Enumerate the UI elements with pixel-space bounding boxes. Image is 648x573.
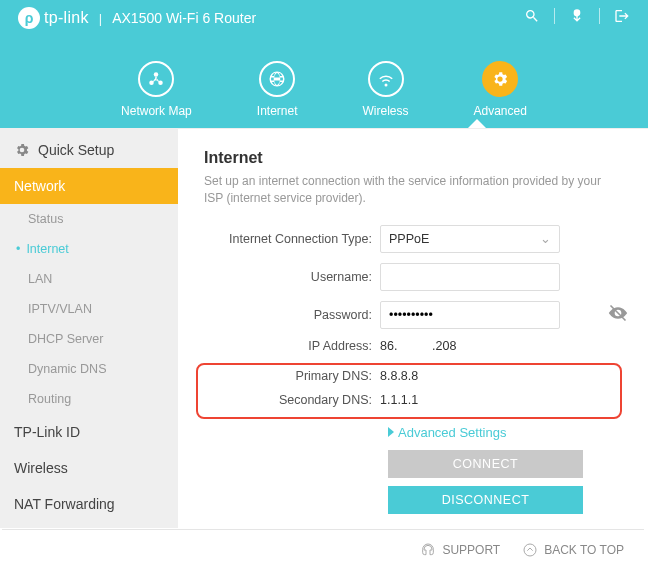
sidebar: Quick Setup Network Status Internet LAN … <box>0 128 178 528</box>
sidebar-sub-ddns[interactable]: Dynamic DNS <box>0 354 178 384</box>
body: Quick Setup Network Status Internet LAN … <box>0 128 648 528</box>
brand-separator: | <box>99 11 102 26</box>
support-link[interactable]: SUPPORT <box>420 542 500 558</box>
sidebar-item-network[interactable]: Network <box>0 168 178 204</box>
triangle-right-icon <box>388 427 394 437</box>
sidebar-sub-label: IPTV/VLAN <box>28 302 92 316</box>
content-area: Internet Set up an internet connection w… <box>178 128 648 528</box>
search-icon[interactable] <box>524 8 540 24</box>
chevron-down-icon: ⌄ <box>540 231 551 246</box>
arrow-up-circle-icon <box>522 542 538 558</box>
tab-wireless[interactable]: Wireless <box>363 61 409 118</box>
sidebar-item-label: TP-Link ID <box>14 424 80 440</box>
main-tabs: Network Map Internet Wireless Advanced <box>0 61 648 118</box>
page-description: Set up an internet connection with the s… <box>204 173 622 207</box>
row-ip: IP Address: 86. .208 <box>204 339 622 353</box>
tab-network-map[interactable]: Network Map <box>121 61 192 118</box>
sidebar-item-label: Quick Setup <box>38 142 114 158</box>
password-input[interactable] <box>380 301 560 329</box>
sidebar-sub-lan[interactable]: LAN <box>0 264 178 294</box>
gear-icon <box>491 70 509 88</box>
page-title: Internet <box>204 149 622 167</box>
sidebar-sub-internet[interactable]: Internet <box>0 234 178 264</box>
sidebar-item-tplink-id[interactable]: TP-Link ID <box>0 414 178 450</box>
globe-icon <box>268 70 286 88</box>
sidebar-sub-label: Dynamic DNS <box>28 362 107 376</box>
download-icon[interactable] <box>569 8 585 24</box>
sidebar-sub-iptv-vlan[interactable]: IPTV/VLAN <box>0 294 178 324</box>
conn-type-label: Internet Connection Type: <box>204 232 380 246</box>
row-secondary-dns: Secondary DNS: 1.1.1.1 <box>204 393 614 407</box>
row-username: Username: <box>204 263 622 291</box>
header: ρ tp-link | AX1500 Wi-Fi 6 Router Networ… <box>0 0 648 128</box>
svg-point-0 <box>154 72 159 77</box>
disconnect-button[interactable]: DISCONNECT <box>388 486 583 514</box>
dns-highlight-box: Primary DNS: 8.8.8.8 Secondary DNS: 1.1.… <box>196 363 622 419</box>
advanced-settings-link[interactable]: Advanced Settings <box>388 425 622 440</box>
sidebar-sub-routing[interactable]: Routing <box>0 384 178 414</box>
sidebar-item-label: NAT Forwarding <box>14 496 115 512</box>
conn-type-select[interactable]: PPPoE ⌄ <box>380 225 560 253</box>
tab-label: Advanced <box>474 104 527 118</box>
row-password: Password: <box>204 301 622 329</box>
support-label: SUPPORT <box>442 543 500 557</box>
active-tab-pointer <box>468 119 486 128</box>
footer: SUPPORT BACK TO TOP <box>2 529 644 569</box>
password-label: Password: <box>204 308 380 322</box>
secondary-dns-value: 1.1.1.1 <box>380 393 614 407</box>
tab-internet[interactable]: Internet <box>257 61 298 118</box>
wifi-icon <box>377 70 395 88</box>
network-map-icon <box>147 70 165 88</box>
tab-label: Internet <box>257 104 298 118</box>
row-primary-dns: Primary DNS: 8.8.8.8 <box>204 369 614 383</box>
row-connection-type: Internet Connection Type: PPPoE ⌄ <box>204 225 622 253</box>
separator <box>554 8 555 24</box>
back-label: BACK TO TOP <box>544 543 624 557</box>
back-to-top-link[interactable]: BACK TO TOP <box>522 542 624 558</box>
ip-label: IP Address: <box>204 339 380 353</box>
logo: ρ tp-link <box>18 7 89 29</box>
tab-label: Network Map <box>121 104 192 118</box>
sidebar-item-nat[interactable]: NAT Forwarding <box>0 486 178 522</box>
username-label: Username: <box>204 270 380 284</box>
sidebar-sub-label: DHCP Server <box>28 332 103 346</box>
mac-clone-title: MAC Clone <box>204 526 622 528</box>
advanced-settings-label: Advanced Settings <box>398 425 506 440</box>
tab-advanced[interactable]: Advanced <box>474 61 527 118</box>
product-name: AX1500 Wi-Fi 6 Router <box>112 10 256 26</box>
top-actions <box>524 8 630 24</box>
secondary-dns-label: Secondary DNS: <box>204 393 380 407</box>
sidebar-sub-status[interactable]: Status <box>0 204 178 234</box>
username-input[interactable] <box>380 263 560 291</box>
sidebar-item-label: Network <box>14 178 65 194</box>
svg-point-3 <box>524 544 536 556</box>
eye-slash-icon[interactable] <box>608 303 628 326</box>
brand-name: tp-link <box>44 9 89 27</box>
sidebar-item-wireless[interactable]: Wireless <box>0 450 178 486</box>
logout-icon[interactable] <box>614 8 630 24</box>
sidebar-item-label: Wireless <box>14 460 68 476</box>
gear-icon <box>14 142 30 158</box>
logo-icon: ρ <box>18 7 40 29</box>
sidebar-sub-label: Routing <box>28 392 71 406</box>
sidebar-sub-label: Status <box>28 212 63 226</box>
primary-dns-value: 8.8.8.8 <box>380 369 614 383</box>
connect-button[interactable]: CONNECT <box>388 450 583 478</box>
conn-type-value: PPPoE <box>389 232 429 246</box>
ip-value: 86. .208 <box>380 339 622 353</box>
primary-dns-label: Primary DNS: <box>204 369 380 383</box>
sidebar-sub-label: LAN <box>28 272 52 286</box>
sidebar-item-parental[interactable]: Parental Controls <box>0 522 178 528</box>
tab-label: Wireless <box>363 104 409 118</box>
sidebar-sub-label: Internet <box>26 242 68 256</box>
headset-icon <box>420 542 436 558</box>
separator <box>599 8 600 24</box>
sidebar-item-quick-setup[interactable]: Quick Setup <box>0 132 178 168</box>
sidebar-sub-dhcp[interactable]: DHCP Server <box>0 324 178 354</box>
